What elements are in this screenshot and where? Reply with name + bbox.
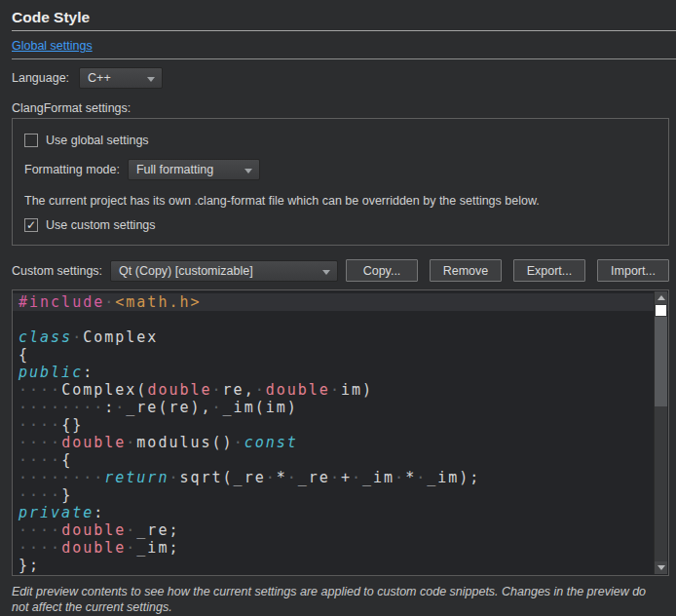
code-line[interactable]: }; — [13, 557, 668, 574]
language-select-value: C++ — [88, 71, 111, 85]
code-token: · — [330, 381, 341, 399]
code-line[interactable]: public: — [13, 364, 668, 381]
code-token: _re; — [136, 521, 179, 539]
vertical-scrollbar[interactable] — [654, 291, 667, 574]
language-label: Language: — [12, 71, 69, 85]
code-token: ···· — [19, 434, 61, 451]
code-token: { — [19, 346, 29, 364]
code-token: · — [212, 399, 223, 416]
code-token: : — [104, 399, 115, 416]
import-button[interactable]: Import... — [597, 259, 669, 282]
code-token: double — [266, 381, 330, 399]
remove-button[interactable]: Remove — [430, 259, 502, 282]
code-preview-editor[interactable]: #include·<math.h> class·Complex{public:·… — [12, 289, 669, 576]
triangle-down-icon — [657, 565, 665, 570]
code-token: ···· — [19, 521, 61, 539]
link-divider — [12, 58, 676, 59]
code-token: ···· — [19, 381, 61, 399]
language-select[interactable]: C++ — [79, 67, 163, 89]
clangformat-groupbox: Use global settings Formatting mode: Ful… — [12, 118, 669, 246]
code-line[interactable]: class·Complex — [13, 328, 668, 346]
code-token: _im(im) — [223, 399, 298, 416]
code-token: { — [61, 451, 72, 469]
copy-button[interactable]: Copy... — [346, 259, 418, 282]
code-token: double — [61, 521, 126, 539]
code-token: _im; — [136, 539, 179, 557]
formatting-mode-value: Full formatting — [136, 163, 213, 176]
code-line[interactable]: ····{} — [13, 416, 668, 434]
code-token: · — [126, 521, 136, 539]
code-token: · — [72, 328, 83, 346]
scroll-up-button[interactable] — [655, 291, 667, 304]
code-area[interactable]: #include·<math.h> class·Complex{public:·… — [13, 290, 668, 574]
code-token: sqrt(_re — [179, 469, 265, 486]
code-token: }; — [19, 557, 40, 574]
code-token: * — [277, 469, 287, 486]
code-token: _im — [362, 469, 394, 486]
code-token: ···· — [19, 451, 61, 469]
code-token: · — [255, 381, 266, 399]
code-line[interactable]: ········return·sqrt(_re·*·_re·+·_im·*·_i… — [13, 469, 668, 486]
code-token: · — [212, 381, 223, 399]
code-line[interactable]: ····{ — [13, 451, 668, 469]
code-token: ···· — [19, 539, 61, 557]
code-line[interactable]: private: — [13, 504, 668, 521]
use-custom-settings-label: Use custom settings — [46, 218, 156, 232]
code-line[interactable]: #include·<math.h> — [13, 293, 668, 311]
custom-settings-select[interactable]: Qt (Copy) [customizable] — [110, 260, 338, 282]
code-token: class — [19, 328, 72, 346]
custom-settings-label: Custom settings: — [12, 264, 102, 278]
code-line[interactable]: { — [13, 346, 668, 364]
scroll-down-button[interactable] — [655, 561, 667, 574]
code-token: · — [104, 293, 115, 311]
code-token: + — [341, 469, 352, 486]
code-token: {} — [61, 416, 83, 434]
scrollbar-thumb[interactable] — [655, 317, 667, 406]
code-token: <math.h> — [115, 293, 201, 311]
code-token: _im); — [427, 469, 480, 486]
code-token: _re — [298, 469, 330, 486]
custom-settings-value: Qt (Copy) [customizable] — [119, 264, 253, 278]
code-line[interactable]: ····double·_im; — [13, 539, 668, 557]
clangformat-section-label: ClangFormat settings: — [12, 101, 676, 115]
code-token: im) — [341, 381, 373, 399]
code-line[interactable]: ····} — [13, 486, 668, 504]
chevron-down-icon — [322, 270, 330, 275]
formatting-mode-select[interactable]: Full formatting — [128, 159, 260, 180]
triangle-up-icon — [657, 295, 665, 300]
use-custom-settings-checkbox[interactable]: ✓ Use custom settings — [24, 218, 657, 232]
code-token: · — [169, 469, 179, 486]
code-token: const — [244, 434, 298, 451]
chevron-down-icon — [244, 169, 252, 173]
use-global-settings-checkbox[interactable]: Use global settings — [24, 134, 657, 147]
code-line[interactable]: ····double·_re; — [13, 521, 668, 539]
code-token: private — [19, 504, 94, 521]
formatting-mode-label: Formatting mode: — [24, 163, 120, 176]
checkmark-icon[interactable]: ✓ — [24, 218, 38, 232]
code-token: modulus() — [136, 434, 233, 451]
code-token: double — [61, 539, 126, 557]
code-token: · — [330, 469, 341, 486]
code-style-settings-page: Code Style Global settings Language: C++… — [0, 0, 676, 616]
code-line[interactable]: ····Complex(double·re,·double·im) — [13, 381, 668, 399]
code-token: Complex( — [61, 381, 147, 399]
code-line[interactable]: ····double·modulus()·const — [13, 434, 668, 451]
use-global-settings-label: Use global settings — [46, 134, 149, 147]
code-token: } — [61, 486, 72, 504]
code-token: re, — [223, 381, 255, 399]
checkbox-icon[interactable] — [24, 134, 38, 147]
code-token: · — [234, 434, 244, 451]
code-token: : — [94, 504, 104, 521]
code-token: ········ — [19, 399, 104, 416]
export-button[interactable]: Export... — [513, 259, 585, 282]
code-token: · — [352, 469, 362, 486]
code-line[interactable] — [13, 311, 668, 328]
code-token: ········ — [19, 469, 104, 486]
code-token: ···· — [19, 486, 61, 504]
code-line[interactable]: ········:·_re(re),·_im(im) — [13, 399, 668, 416]
global-settings-link[interactable]: Global settings — [12, 39, 93, 53]
clang-format-note: The current project has its own .clang-f… — [24, 194, 657, 208]
code-token: · — [416, 469, 427, 486]
code-token: * — [405, 469, 416, 486]
page-title: Code Style — [12, 0, 676, 30]
